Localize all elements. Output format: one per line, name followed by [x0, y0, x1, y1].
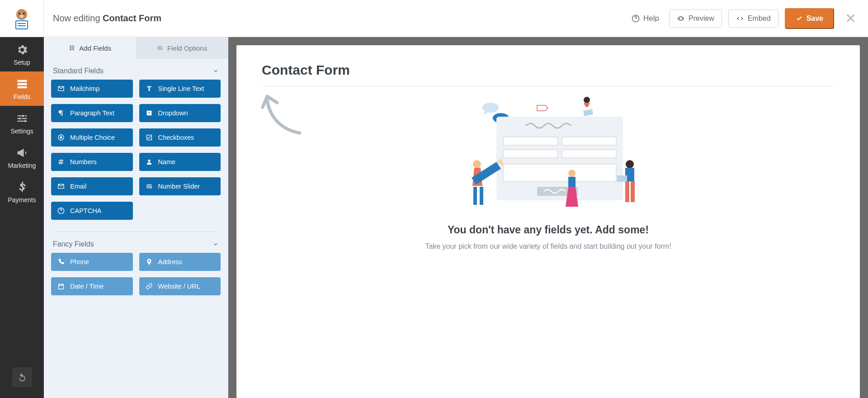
undo-icon: [18, 373, 27, 382]
arrow-icon: [259, 90, 309, 140]
hash-icon: [57, 158, 65, 166]
svg-rect-35: [617, 175, 627, 182]
panel-tabs: Add Fields Field Options: [44, 37, 228, 59]
svg-rect-22: [503, 150, 557, 158]
phone-icon: [57, 258, 65, 265]
svg-rect-21: [562, 137, 616, 145]
svg-rect-29: [473, 187, 477, 205]
sidenav-item-payments[interactable]: Payments: [0, 175, 44, 209]
dollar-icon: [16, 181, 28, 194]
gear-icon: [16, 43, 28, 56]
field-name[interactable]: Name: [139, 153, 221, 171]
form-title[interactable]: Contact Form: [262, 62, 835, 86]
check-square-icon: [146, 134, 153, 141]
check-icon: [796, 15, 803, 22]
svg-rect-36: [625, 181, 629, 202]
form-canvas[interactable]: Contact Form: [236, 45, 860, 398]
empty-state: You don't have any fields yet. Add some!…: [262, 86, 835, 260]
bullhorn-icon: [16, 147, 28, 159]
sliders-icon: [146, 183, 153, 190]
field-mailchimp[interactable]: Mailchimp: [51, 80, 133, 98]
svg-point-31: [568, 170, 576, 177]
caret-square-icon: [146, 109, 153, 117]
fields-panel: Add Fields Field Options Standard Fields…: [44, 37, 228, 398]
topbar-actions: Help Preview Embed Save ✕: [628, 8, 868, 29]
editing-label: Now editing: [53, 13, 100, 23]
list-icon: [16, 78, 28, 90]
user-icon: [146, 158, 153, 166]
tab-field-options[interactable]: Field Options: [136, 37, 228, 59]
chevron-down-icon: [212, 241, 219, 247]
section-fancy-fields[interactable]: Fancy Fields: [51, 232, 221, 253]
paragraph-icon: [57, 109, 65, 117]
empty-title: You don't have any fields yet. Add some!: [448, 224, 649, 236]
field-checkboxes[interactable]: Checkboxes: [139, 128, 221, 147]
sidenav-item-settings[interactable]: Settings: [0, 106, 44, 140]
svg-point-33: [626, 160, 634, 168]
close-button[interactable]: ✕: [840, 10, 861, 26]
field-dropdown[interactable]: Dropdown: [139, 104, 221, 122]
svg-rect-37: [631, 181, 635, 202]
form-name[interactable]: Contact Form: [103, 13, 161, 23]
svg-point-8: [19, 13, 20, 14]
side-nav: SetupFieldsSettingsMarketingPayments: [0, 37, 44, 398]
svg-point-9: [23, 13, 25, 14]
sliders-icon: [16, 112, 28, 125]
svg-point-10: [20, 15, 24, 18]
chevron-down-icon: [212, 68, 219, 74]
pin-icon: [146, 258, 153, 265]
svg-rect-24: [503, 164, 616, 181]
page-title: Now editing Contact Form: [44, 13, 628, 24]
sidenav-item-fields[interactable]: Fields: [0, 71, 44, 106]
question-icon: [632, 14, 640, 23]
svg-rect-32: [568, 177, 576, 187]
sidenav-item-marketing[interactable]: Marketing: [0, 140, 44, 175]
panel-body[interactable]: Standard FieldsMailchimpSingle Line Text…: [44, 59, 228, 398]
calendar-icon: [57, 283, 65, 290]
svg-point-14: [482, 103, 499, 113]
svg-point-26: [584, 97, 590, 103]
save-button[interactable]: Save: [785, 8, 834, 29]
app-logo: [0, 0, 44, 37]
eye-icon: [677, 14, 685, 23]
svg-rect-20: [503, 137, 557, 145]
field-paragraph-text[interactable]: Paragraph Text: [51, 104, 133, 122]
svg-rect-11: [16, 21, 28, 29]
empty-subtitle: Take your pick from our wide variety of …: [425, 242, 671, 251]
code-icon: [736, 14, 744, 23]
svg-point-7: [16, 9, 27, 20]
embed-button[interactable]: Embed: [728, 9, 778, 28]
svg-rect-23: [562, 150, 616, 158]
undo-button[interactable]: [12, 367, 32, 387]
field-date-time[interactable]: Date / Time: [51, 277, 133, 295]
preview-button[interactable]: Preview: [669, 9, 722, 28]
field-phone[interactable]: Phone: [51, 253, 133, 271]
main-region: SetupFieldsSettingsMarketingPayments Add…: [0, 37, 868, 398]
mail-icon: [57, 183, 65, 190]
help-link[interactable]: Help: [628, 14, 663, 23]
text-icon: [146, 85, 153, 92]
grid-icon: [68, 45, 75, 51]
field-website-url[interactable]: Website / URL: [139, 277, 221, 295]
tab-add-fields[interactable]: Add Fields: [44, 37, 136, 59]
field-multiple-choice[interactable]: Multiple Choice: [51, 128, 133, 147]
field-number-slider[interactable]: Number Slider: [139, 177, 221, 195]
section-standard-fields[interactable]: Standard Fields: [51, 59, 221, 80]
empty-illustration: [458, 96, 639, 214]
svg-point-28: [473, 160, 481, 168]
field-address[interactable]: Address: [139, 253, 221, 271]
link-icon: [146, 283, 153, 290]
field-captcha[interactable]: CAPTCHA: [51, 202, 133, 220]
mail-icon: [57, 85, 65, 92]
canvas-wrap: Contact Form: [228, 37, 868, 398]
question-icon: [57, 207, 65, 214]
svg-rect-30: [480, 187, 483, 205]
topbar: Now editing Contact Form Help Preview Em…: [0, 0, 868, 37]
svg-rect-27: [583, 109, 593, 116]
sidenav-item-setup[interactable]: Setup: [0, 37, 44, 71]
sliders-icon: [156, 45, 164, 51]
field-numbers[interactable]: Numbers: [51, 153, 133, 171]
field-single-line-text[interactable]: Single Line Text: [139, 80, 221, 98]
field-email[interactable]: Email: [51, 177, 133, 195]
dot-circle-icon: [57, 134, 65, 141]
